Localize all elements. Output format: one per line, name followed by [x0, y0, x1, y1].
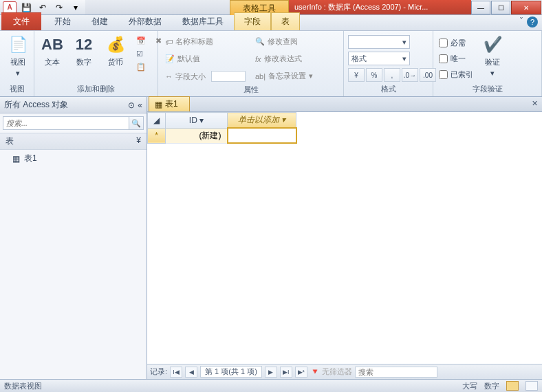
doc-tab-table1[interactable]: ▦表1 [149, 96, 190, 111]
undo-icon[interactable]: ↶ [36, 1, 50, 14]
ribbon-tab-row: 文件 开始 创建 外部数据 数据库工具 字段 表 ˇ ? [0, 15, 542, 31]
ribbon-minimize-icon[interactable]: ˇ [520, 17, 523, 28]
view-button[interactable]: 📄 视图 ▾ [4, 32, 32, 79]
filter-status: 🔻 无筛选器 [310, 367, 352, 377]
table-icon: ▦ [155, 100, 162, 109]
record-search-input[interactable] [355, 367, 437, 378]
first-record-button[interactable]: I◀ [170, 367, 182, 378]
datetime-button[interactable]: 📅 [133, 35, 149, 47]
tab-external-data[interactable]: 外部数据 [118, 12, 172, 30]
format-combo[interactable]: 格式▾ [348, 52, 410, 65]
doc-close-button[interactable]: ✕ [530, 99, 539, 109]
modify-expression-button[interactable]: fx修改表达式 [252, 52, 316, 65]
select-all-cell[interactable]: ◢ [148, 113, 166, 129]
cell-add-new[interactable] [228, 128, 296, 143]
fx-icon: fx [255, 55, 261, 63]
required-checkbox[interactable]: 必需 [437, 36, 475, 50]
more-fields-button[interactable]: 📋 [133, 61, 149, 73]
ribbon: 📄 视图 ▾ 视图 AB文本 12数字 💰货币 📅 ☑ 📋 ✖ 添加和删除 [0, 31, 542, 97]
text-icon: AB [41, 34, 63, 56]
dropdown-icon[interactable]: ▾ [281, 115, 285, 124]
save-icon[interactable]: 💾 [19, 1, 33, 14]
group-validation-label: 字段验证 [437, 83, 537, 96]
size-icon: ↔ [165, 72, 173, 80]
column-header-id[interactable]: ID ▾ [166, 113, 228, 129]
checkbox-icon: ☑ [136, 50, 143, 58]
row-selector-new[interactable]: * [148, 128, 166, 143]
record-navigator: 记录: I◀ ◀ 第 1 项(共 1 项) ▶ ▶I ▶* 🔻 无筛选器 [147, 364, 542, 379]
qat-customize-icon[interactable]: ▾ [69, 1, 83, 14]
modify-lookup-button[interactable]: 🔍修改查阅 [252, 35, 316, 48]
name-title-button[interactable]: 🏷名称和标题 [162, 35, 248, 48]
more-icon: 📋 [136, 63, 146, 72]
group-add-delete-label: 添加和删除 [39, 83, 153, 96]
comma-format-button[interactable]: , [384, 68, 400, 82]
memo-settings-button[interactable]: ab|备忘录设置▾ [252, 69, 316, 83]
datasheet-grid[interactable]: ◢ ID ▾ 单击以添加 ▾ * (新建) [147, 112, 542, 364]
status-caps: 大写 [462, 381, 477, 391]
tab-fields[interactable]: 字段 [234, 12, 271, 30]
next-record-button[interactable]: ▶ [265, 367, 277, 378]
status-view-label: 数据表视图 [4, 381, 42, 391]
app-icon[interactable]: A [3, 1, 17, 14]
group-collapse-icon: ¥ [136, 135, 141, 147]
memo-icon: ab| [255, 72, 265, 80]
currency-field-button[interactable]: 💰货币 [102, 32, 129, 69]
redo-icon[interactable]: ↷ [52, 1, 66, 14]
tab-file[interactable]: 文件 [1, 12, 41, 30]
nav-collapse-icon[interactable]: « [138, 100, 142, 110]
group-properties-label: 属性 [162, 83, 339, 97]
unique-checkbox[interactable]: 唯一 [437, 52, 475, 65]
percent-format-button[interactable]: % [366, 68, 382, 82]
new-record-row[interactable]: * (新建) [148, 128, 296, 143]
indexed-checkbox[interactable]: 已索引 [437, 68, 475, 81]
nav-search-button[interactable]: 🔍 [129, 116, 144, 130]
window-title: userInfo : 数据库 (Access 2007) - Micr... [289, 0, 471, 14]
default-value-button[interactable]: 📝默认值 [162, 52, 248, 65]
nav-item-table1[interactable]: ▦表1 [0, 150, 147, 167]
table-icon: ▦ [12, 154, 20, 164]
field-size-input[interactable] [211, 71, 246, 82]
nav-search-input[interactable] [3, 116, 129, 130]
currency-format-button[interactable]: ¥ [348, 68, 365, 82]
nav-group-tables[interactable]: 表¥ [0, 133, 147, 150]
group-view-label: 视图 [4, 83, 30, 96]
nav-dropdown-icon[interactable]: ⊙ [128, 100, 135, 110]
lookup-icon: 🔍 [255, 37, 265, 46]
nav-header[interactable]: 所有 Access 对象 ⊙« [0, 97, 147, 113]
navigation-pane: 所有 Access 对象 ⊙« 🔍 表¥ ▦表1 [0, 97, 147, 379]
window-controls: — ☐ ✕ [471, 0, 542, 14]
increase-decimals-button[interactable]: .0→ [402, 68, 418, 82]
yesno-button[interactable]: ☑ [133, 48, 149, 60]
new-record-button[interactable]: ▶* [295, 367, 307, 378]
number-field-button[interactable]: 12数字 [70, 32, 98, 69]
maximize-button[interactable]: ☐ [491, 1, 510, 14]
tab-table[interactable]: 表 [271, 12, 300, 30]
tab-home[interactable]: 开始 [44, 12, 81, 30]
close-button[interactable]: ✕ [511, 1, 541, 14]
tag-icon: 🏷 [165, 38, 173, 46]
datasheet-view-button[interactable] [506, 381, 519, 391]
help-icon[interactable]: ? [527, 17, 538, 28]
main-area: 所有 Access 对象 ⊙« 🔍 表¥ ▦表1 ▦表1 ✕ ◢ ID ▾ 单击… [0, 97, 542, 379]
status-bar: 数据表视图 大写 数字 [0, 379, 542, 392]
cell-id-new[interactable]: (新建) [166, 128, 228, 143]
validation-button[interactable]: ✔️ 验证▾ [479, 32, 506, 79]
design-view-button[interactable] [525, 381, 538, 391]
prev-record-button[interactable]: ◀ [185, 367, 197, 378]
tab-create[interactable]: 创建 [81, 12, 118, 30]
content-area: ▦表1 ✕ ◢ ID ▾ 单击以添加 ▾ * (新建) 记录: I◀ ◀ 第 [147, 97, 542, 379]
tab-db-tools[interactable]: 数据库工具 [172, 12, 234, 30]
status-num: 数字 [484, 381, 499, 391]
column-header-add[interactable]: 单击以添加 ▾ [228, 113, 296, 129]
dropdown-icon[interactable]: ▾ [199, 116, 204, 125]
text-field-button[interactable]: AB文本 [39, 32, 66, 69]
minimize-button[interactable]: — [471, 1, 490, 14]
datasheet-view-icon: 📄 [7, 34, 29, 56]
field-size-button[interactable]: ↔字段大小 [162, 69, 248, 83]
group-format-label: 格式 [348, 83, 429, 96]
datatype-combo[interactable]: ▾ [348, 35, 410, 49]
last-record-button[interactable]: ▶I [280, 367, 292, 378]
calendar-icon: 📅 [136, 36, 146, 45]
record-info: 第 1 项(共 1 项) [200, 366, 262, 378]
